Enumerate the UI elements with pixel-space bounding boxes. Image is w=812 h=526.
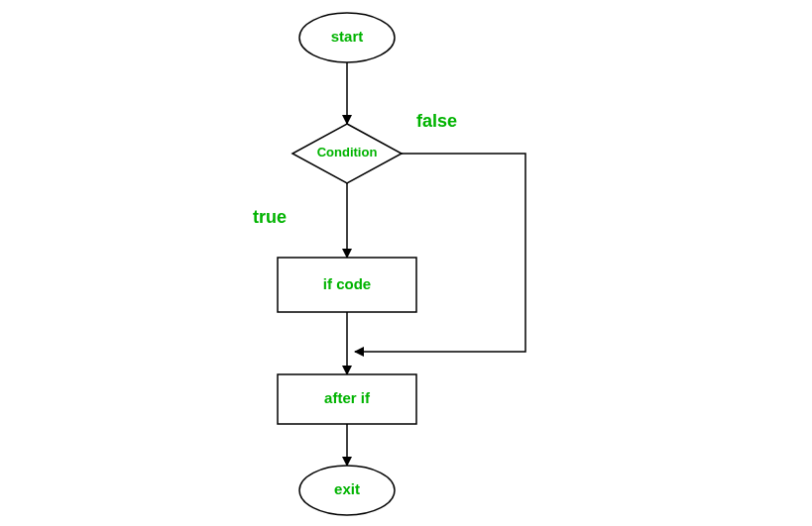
node-if-code-label: if code bbox=[323, 275, 371, 292]
edge-condition-false bbox=[355, 154, 525, 352]
node-start-label: start bbox=[331, 28, 364, 45]
flowchart-canvas: start Condition false true if code after… bbox=[0, 0, 812, 526]
node-exit: exit bbox=[299, 466, 395, 515]
edge-false-label: false bbox=[416, 111, 457, 131]
node-if-code: if code bbox=[278, 258, 416, 312]
node-start: start bbox=[299, 13, 395, 62]
edge-true-label: true bbox=[253, 207, 287, 227]
node-condition: Condition bbox=[292, 124, 402, 183]
node-after-if: after if bbox=[278, 374, 416, 424]
node-exit-label: exit bbox=[334, 480, 360, 497]
node-after-if-label: after if bbox=[324, 389, 371, 406]
node-condition-label: Condition bbox=[317, 145, 378, 159]
